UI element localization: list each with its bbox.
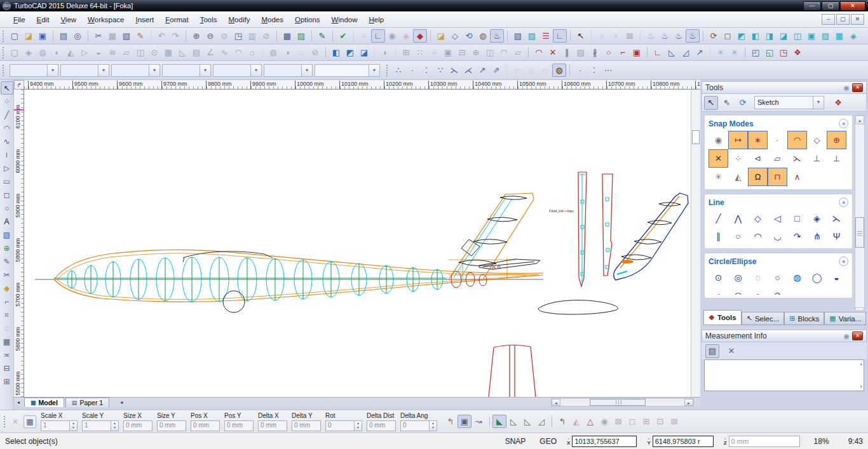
toolbar-icon[interactable]: ≋ bbox=[105, 46, 119, 59]
clear-selection-icon[interactable]: ✕ bbox=[9, 415, 22, 428]
ellipse-ratio-icon[interactable]: ⊘ bbox=[768, 286, 787, 295]
snap-toggle[interactable]: SNAP bbox=[505, 437, 526, 446]
extend-icon[interactable]: ↗ bbox=[693, 46, 707, 59]
scale-icon[interactable]: ◉ bbox=[597, 415, 611, 428]
group-icon[interactable]: ▫ bbox=[595, 29, 609, 43]
snap-quadrant-icon[interactable]: ◇ bbox=[807, 131, 827, 149]
menu-item[interactable]: Edit bbox=[31, 14, 55, 25]
arc-tool[interactable]: ◠ bbox=[1, 121, 13, 135]
zoom-page-icon[interactable]: ▥ bbox=[245, 29, 259, 43]
toolbar-icon[interactable]: ⊟ bbox=[455, 46, 469, 59]
view-cube-8-icon[interactable]: ▨ bbox=[818, 29, 832, 43]
x-coord-field[interactable]: 10133,755637 bbox=[572, 436, 637, 447]
toolbar-icon[interactable]: ◌ bbox=[294, 46, 308, 59]
snap-none-icon[interactable]: ◉ bbox=[709, 131, 728, 149]
insp-link-icon[interactable]: ↰ bbox=[444, 415, 458, 428]
color-combo[interactable] bbox=[60, 64, 109, 77]
line-rotated-rectangle-icon[interactable]: ◈ bbox=[807, 210, 827, 227]
new-icon[interactable]: ▢ bbox=[8, 29, 22, 43]
copy-icon[interactable]: ▦ bbox=[105, 29, 119, 43]
menu-item[interactable]: Tools bbox=[194, 14, 223, 25]
shrink-icon[interactable]: ◿ bbox=[679, 46, 693, 59]
named-view-combo[interactable] bbox=[315, 64, 380, 77]
explode-tool[interactable]: ⊟ bbox=[1, 361, 13, 375]
scroll-left-icon[interactable] bbox=[552, 399, 560, 406]
z-coord-field[interactable]: 0 mm bbox=[729, 436, 800, 447]
toolbar-icon[interactable]: ◍ bbox=[266, 46, 280, 59]
snap-tool-1-icon[interactable]: ∴ bbox=[391, 64, 405, 77]
close-button[interactable]: ✕ bbox=[840, 1, 865, 11]
table-tool[interactable]: ▦ bbox=[1, 335, 13, 348]
snap-tool-3-icon[interactable]: ⁚ bbox=[419, 64, 433, 77]
fit-icon[interactable]: ⊞ bbox=[639, 415, 653, 428]
insp-curve-icon[interactable]: ↝ bbox=[471, 415, 485, 428]
collapse-icon[interactable] bbox=[839, 119, 848, 128]
close-icon[interactable]: ✕ bbox=[852, 83, 863, 92]
insert-tool[interactable]: ⊕ bbox=[1, 241, 13, 255]
render-wireframe-icon[interactable]: ♨ bbox=[644, 29, 658, 43]
spinner-icon[interactable] bbox=[430, 420, 437, 431]
chevron-down-icon[interactable] bbox=[813, 97, 824, 109]
parallel-icon[interactable]: ∥ bbox=[560, 46, 574, 59]
circle-3point-icon[interactable]: ○ bbox=[768, 269, 787, 286]
render-draft-icon[interactable]: ♨ bbox=[672, 29, 686, 43]
toolbar-icon[interactable]: ◠ bbox=[231, 46, 245, 59]
toolbar-icon[interactable]: ▦ bbox=[161, 46, 175, 59]
sheet-prev-icon[interactable] bbox=[14, 399, 23, 405]
folder-icon[interactable]: ◪ bbox=[434, 29, 448, 43]
line-curve-icon[interactable]: ↷ bbox=[787, 227, 807, 245]
redo-icon[interactable]: ↷ bbox=[168, 29, 182, 43]
line-tool[interactable]: ╱ bbox=[1, 108, 13, 121]
circle-diameter-icon[interactable]: ◯ bbox=[807, 269, 827, 286]
zoom-window-icon[interactable]: ⊙ bbox=[217, 29, 231, 43]
toolbar-icon[interactable]: ▱ bbox=[119, 46, 133, 59]
trim-icon[interactable]: ✕ bbox=[546, 46, 560, 59]
view-cube-6-icon[interactable]: ◫ bbox=[790, 29, 804, 43]
zoom-out-icon[interactable]: ⊖ bbox=[203, 29, 217, 43]
boolean-intersect-icon[interactable]: ◪ bbox=[357, 46, 371, 59]
tab-tools[interactable]: ❖Tools bbox=[703, 310, 742, 325]
polygon-tool[interactable]: ▷ bbox=[1, 161, 13, 175]
mouse-icon[interactable]: ◉ bbox=[385, 29, 399, 43]
inspector-field-value[interactable]: 0 mm bbox=[258, 420, 287, 431]
scroll-down-icon[interactable] bbox=[855, 307, 864, 310]
zoom-extents-icon[interactable]: ◳ bbox=[231, 29, 245, 43]
palette-refresh-icon[interactable]: ⟳ bbox=[736, 96, 750, 110]
tab-variables[interactable]: ▦Varia... bbox=[824, 312, 866, 325]
context-help-icon[interactable]: ↖ bbox=[574, 29, 588, 43]
toolbar-icon[interactable]: ◖ bbox=[50, 46, 64, 59]
select-cp-icon[interactable]: ◺ bbox=[520, 415, 534, 428]
view-cube-2-icon[interactable]: ◩ bbox=[735, 29, 749, 43]
geo-toggle[interactable]: GEO bbox=[539, 437, 557, 446]
toolbar-icon[interactable]: ▣ bbox=[441, 46, 455, 59]
chevron-down-icon[interactable] bbox=[47, 65, 58, 76]
bounds-icon[interactable]: ⊠ bbox=[667, 415, 681, 428]
menu-item[interactable]: Insert bbox=[130, 14, 159, 25]
view-cube-9-icon[interactable]: ▦ bbox=[832, 29, 846, 43]
spell-check-icon[interactable]: ✔ bbox=[336, 29, 350, 43]
circle-tangent-icon[interactable]: ◍ bbox=[787, 269, 807, 286]
snap-vertical-2-icon[interactable]: ⊥ bbox=[827, 149, 846, 168]
save-icon[interactable]: ▣ bbox=[36, 29, 50, 43]
select-tool[interactable]: ↖ bbox=[1, 81, 13, 95]
open-icon[interactable]: ◪ bbox=[22, 29, 36, 43]
toolbar-grip[interactable] bbox=[3, 65, 5, 76]
select-fill-m-icon[interactable]: ◣ bbox=[492, 415, 506, 428]
line-branch-icon[interactable]: Ψ bbox=[827, 227, 846, 245]
zoom-in-icon[interactable]: ⊕ bbox=[189, 29, 203, 43]
mdi-restore-button[interactable]: ▢ bbox=[836, 14, 850, 25]
arc-edit-icon[interactable]: ◠ bbox=[532, 46, 546, 59]
menu-item[interactable]: View bbox=[55, 14, 82, 25]
toolbar-icon[interactable]: ◺ bbox=[175, 46, 189, 59]
undo-icon[interactable]: ↶ bbox=[154, 29, 168, 43]
print-entity-icon[interactable]: ◳ bbox=[776, 46, 790, 59]
restore-button[interactable]: ▢ bbox=[822, 1, 839, 11]
measurement-output[interactable] bbox=[704, 359, 864, 391]
toolbar-icon[interactable]: ⁚ bbox=[587, 64, 601, 77]
render-quality-icon[interactable]: ♨ bbox=[686, 29, 700, 43]
edit-tool[interactable]: ✎ bbox=[1, 255, 13, 268]
snap-ortho-icon[interactable]: ⊓ bbox=[768, 168, 787, 186]
snap-tool-2-icon[interactable]: ∙ bbox=[405, 64, 419, 77]
inspector-field-value[interactable]: 0 mm bbox=[224, 420, 254, 431]
snap-circle-icon[interactable]: ◍ bbox=[552, 64, 566, 77]
